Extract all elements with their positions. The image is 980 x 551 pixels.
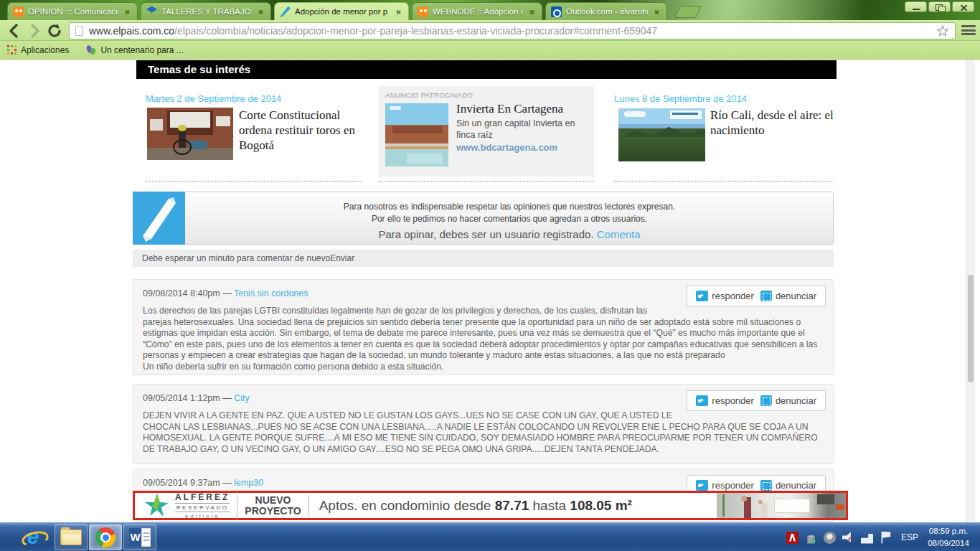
forward-icon[interactable]: [26, 22, 43, 39]
tab-opinion[interactable]: OPINION: :: Comunicación: [7, 2, 138, 20]
banner-text: Aptos. en condominio desde 87.71 hasta 1…: [319, 498, 632, 514]
action-center-flag-icon[interactable]: [880, 532, 892, 544]
ad-banner[interactable]: ALFÉREZ RESERVADO edificio NUEVO PROYECT…: [133, 491, 848, 520]
minimize-button[interactable]: [905, 1, 927, 12]
language-indicator[interactable]: ESP: [901, 532, 918, 542]
left-article-title[interactable]: Corte Constitucional ordena restituir to…: [239, 108, 361, 153]
tab-talleres[interactable]: TALLERES Y TRABAJOS - D: [141, 2, 271, 20]
taskbar-clock[interactable]: 08:59 p.m. 08/09/2014: [921, 525, 976, 550]
bookmark-star-icon[interactable]: [936, 24, 949, 37]
tab-close-icon[interactable]: [256, 7, 265, 17]
report-icon: [760, 291, 772, 301]
alert-badge-icon: [886, 538, 894, 546]
left-article-image[interactable]: [147, 108, 233, 160]
comment-actions: responder denunciar: [687, 286, 826, 306]
tab-title: Adopción de menor por p: [295, 7, 390, 16]
policy-line2: Por ello te pedimos no hacer comentarios…: [186, 213, 833, 225]
bookmark-item[interactable]: Un centenario para ...: [86, 45, 183, 55]
section-header: Temas de su interés: [136, 60, 837, 79]
chrome-taskbar-button[interactable]: [89, 524, 122, 550]
policy-line3: Para opinar, debes ser un usuario regist…: [186, 228, 833, 240]
comment-item: responder denunciar 09/08/2014 8:40pm — …: [133, 279, 834, 375]
tab-close-icon[interactable]: [123, 7, 132, 17]
sponsored-ad[interactable]: ANUNCIO PATROCINADO Invierta En Cartagen…: [379, 86, 594, 176]
right-article-date[interactable]: Lunes 8 de Septiembre de 2014: [614, 93, 747, 104]
divider: [379, 181, 594, 182]
sponsored-image: [385, 103, 448, 166]
comment-user-link[interactable]: City: [234, 393, 250, 403]
word-icon: W: [129, 528, 151, 547]
explorer-taskbar-button[interactable]: [55, 524, 88, 550]
sponsored-title[interactable]: Invierta En Cartagena: [456, 102, 563, 116]
internet-explorer-icon[interactable]: e: [20, 526, 46, 549]
reply-button[interactable]: responder: [696, 480, 754, 491]
brand-name: ALFÉREZ: [175, 492, 230, 502]
url-text[interactable]: www.elpais.com.co/elpais/colombia/notici…: [89, 25, 930, 37]
mute-badge-icon: [848, 537, 857, 545]
check-badge-icon: [812, 538, 820, 546]
address-bar[interactable]: www.elpais.com.co/elpais/colombia/notici…: [69, 22, 956, 39]
usb-device-icon[interactable]: [805, 532, 817, 544]
adobe-reader-icon[interactable]: [786, 532, 798, 544]
alferez-brand: ALFÉREZ RESERVADO edificio: [175, 492, 237, 519]
reply-button[interactable]: responder: [696, 291, 754, 301]
pencil-icon: [280, 6, 291, 17]
send-button[interactable]: Enviar: [330, 253, 354, 263]
tab-title: TALLERES Y TRABAJOS - D: [161, 7, 252, 16]
banner-badge: NUEVO PROYECTO: [237, 495, 308, 517]
comenta-link[interactable]: Comenta: [597, 228, 641, 240]
reload-icon[interactable]: [46, 22, 63, 39]
bookmark-label: Un centenario para ...: [100, 45, 183, 55]
policy-line1: Para nosotros es indispensable respetar …: [186, 201, 833, 213]
word-taskbar-button[interactable]: W: [123, 524, 156, 550]
page-icon[interactable]: [75, 26, 83, 36]
folder-icon: [60, 529, 82, 545]
bookmark-favicon: [86, 45, 96, 55]
comment-policy-box: Para nosotros es indispensable respetar …: [133, 192, 834, 245]
brand-sub: RESERVADO: [175, 503, 230, 512]
sponsored-url[interactable]: www.bdcartagena.com: [456, 142, 557, 153]
chrome-menu-icon[interactable]: [961, 25, 976, 37]
right-article-image[interactable]: [618, 108, 705, 161]
report-button[interactable]: denunciar: [760, 480, 816, 491]
comment-user-link[interactable]: Tenis sin cordones: [234, 288, 308, 298]
tab-outlook[interactable]: Outlook.com - alvarohmn: [545, 2, 667, 20]
restore-button[interactable]: [928, 1, 951, 12]
close-button[interactable]: [952, 1, 974, 12]
alferez-star-icon: [145, 494, 169, 517]
page-scrollbar[interactable]: [966, 60, 975, 522]
report-button[interactable]: denunciar: [760, 291, 816, 301]
webnode-owl-icon: [13, 6, 24, 17]
scrollbar-thumb[interactable]: [968, 275, 974, 382]
comment-actions: responder denunciar: [687, 390, 826, 411]
report-button[interactable]: denunciar: [760, 395, 816, 406]
browser-toolbar: www.elpais.com.co/elpais/colombia/notici…: [0, 20, 980, 41]
back-icon[interactable]: [6, 22, 23, 39]
chrome-icon: [95, 527, 116, 547]
tray-app-icon[interactable]: [824, 532, 836, 544]
comment-user-link[interactable]: lemp30: [234, 478, 263, 488]
tab-adopcion-active[interactable]: Adopción de menor por p: [274, 2, 409, 20]
tab-webnode[interactable]: WEBNODE :: Adopción de: [412, 2, 542, 20]
apps-shortcut[interactable]: Aplicaciones: [7, 45, 69, 55]
tab-close-icon[interactable]: [527, 7, 537, 17]
network-icon[interactable]: [861, 532, 873, 544]
reply-button[interactable]: responder: [696, 395, 754, 406]
right-article-title[interactable]: Río Cali, desde el aire: el nacimiento: [710, 108, 834, 138]
outlook-icon: [551, 6, 562, 17]
new-tab-button[interactable]: [674, 6, 702, 18]
brand-type: edificio: [175, 513, 230, 519]
comment-item: responder denunciar 09/05/2014 1:12pm — …: [133, 384, 834, 464]
tab-title: Outlook.com - alvarohmn: [566, 7, 648, 16]
tab-close-icon[interactable]: [652, 7, 661, 17]
left-article-date[interactable]: Martes 2 de Septiembre de 2014: [146, 93, 281, 104]
browser-chrome: OPINION: :: Comunicación TALLERES Y TRAB…: [0, 0, 980, 60]
comment-body: DEJEN VIVIR A LA GENTE EN PAZ. QUE A UST…: [143, 410, 826, 455]
window-controls: [905, 1, 974, 12]
tab-close-icon[interactable]: [394, 7, 403, 17]
page-content: Temas de su interés Martes 2 de Septiemb…: [0, 60, 980, 522]
reply-icon: [696, 480, 708, 491]
muted-speaker-icon[interactable]: [842, 532, 854, 544]
wait-notice-bar: Debe esperar un minuto para comentar de …: [133, 250, 834, 267]
clock-date: 08/09/2014: [921, 537, 976, 550]
